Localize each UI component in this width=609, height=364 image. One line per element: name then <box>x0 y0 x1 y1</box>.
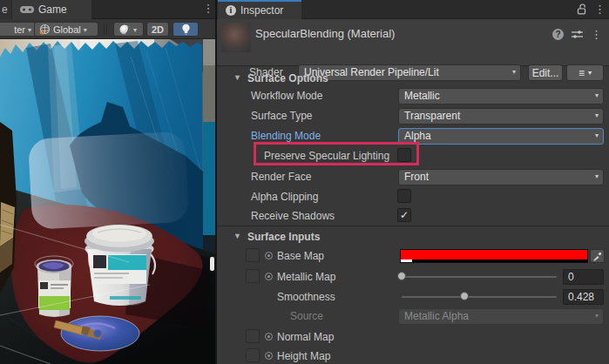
eyedropper-button[interactable] <box>590 249 605 263</box>
surface-type-dropdown[interactable]: Transparent ▾ <box>398 108 604 125</box>
section-separator <box>217 226 609 226</box>
tool-handle-pivot-button[interactable]: ter ▾ <box>0 22 37 37</box>
material-preview-thumbnail[interactable] <box>221 23 251 52</box>
normal-map-label: Normal Map <box>277 331 334 343</box>
smoothness-slider-knob[interactable] <box>460 292 469 300</box>
toggle-2d-button[interactable]: 2D <box>146 22 169 37</box>
alpha-clipping-row: Alpha Clipping <box>217 188 609 206</box>
chevron-down-icon: ▾ <box>28 26 31 34</box>
gamepad-icon <box>20 5 34 14</box>
scene-lighting-toggle-button[interactable] <box>173 22 199 37</box>
smoothness-label: Smoothness <box>277 291 335 303</box>
base-map-color-field[interactable] <box>400 249 588 263</box>
alpha-strip <box>401 260 587 262</box>
partial-tab-label: e <box>2 3 8 16</box>
small-paint-can <box>35 256 73 317</box>
tab-inspector[interactable]: i Inspector <box>218 0 301 19</box>
surface-type-row: Surface Type Transparent ▾ <box>217 107 609 125</box>
foldout-triangle-icon: ▼ <box>233 232 241 240</box>
receive-shadows-row: Receive Shadows ✓ <box>217 207 609 225</box>
unity-editor-window: e Game ⋮ ter ▾ <box>0 0 609 364</box>
receive-shadows-label: Receive Shadows <box>251 210 335 222</box>
chevron-down-icon: ▾ <box>84 26 87 34</box>
chevron-down-icon: ▾ <box>595 312 599 320</box>
surface-options-header[interactable]: ▼ Surface Options <box>217 71 609 88</box>
metallic-map-row: Metallic Map 0 <box>217 268 609 286</box>
globe-icon <box>39 24 51 35</box>
material-menu-icon[interactable]: ⋮ <box>591 28 602 41</box>
alpha-clipping-label: Alpha Clipping <box>251 191 318 203</box>
source-row: Source Metallic Alpha ▾ <box>217 307 609 325</box>
help-icon[interactable]: ? <box>552 29 564 40</box>
metallic-map-label: Metallic Map <box>277 271 335 283</box>
material-title: SpecularBlending (Material) <box>255 27 395 40</box>
white-bucket <box>85 225 155 306</box>
chevron-down-icon: ▾ <box>595 91 599 99</box>
inspector-tab-label: Inspector <box>240 4 283 17</box>
surface-inputs-header[interactable]: ▼ Surface Inputs <box>217 229 609 246</box>
presets-icon[interactable] <box>572 30 583 39</box>
shading-mode-button[interactable]: ▾ <box>113 22 144 37</box>
preserve-specular-label: Preserve Specular Lighting <box>264 150 389 162</box>
blending-mode-row: Blending Mode Alpha ▾ <box>217 127 609 145</box>
chevron-down-icon: ▾ <box>595 111 599 119</box>
blending-mode-dropdown[interactable]: Alpha ▾ <box>398 128 604 145</box>
render-face-row: Render Face Front ▾ <box>217 168 609 185</box>
scene-viewport-render[interactable] <box>0 39 215 364</box>
checkmark-icon: ✓ <box>400 209 409 221</box>
workflow-mode-row: Workflow Mode Metallic ▾ <box>217 87 609 104</box>
unlock-icon[interactable] <box>577 3 587 15</box>
render-face-label: Render Face <box>251 171 311 183</box>
chevron-down-icon: ▾ <box>133 26 137 34</box>
workflow-mode-dropdown[interactable]: Metallic ▾ <box>398 88 604 104</box>
height-map-label: Height Map <box>277 350 330 362</box>
metallic-value-field[interactable]: 0 <box>563 269 604 285</box>
foldout-triangle-icon: ▼ <box>233 73 241 82</box>
info-icon: i <box>226 5 236 16</box>
preserve-specular-checkbox[interactable] <box>397 148 411 162</box>
alpha-clipping-checkbox[interactable] <box>397 189 411 203</box>
scene-tabbar: e Game ⋮ <box>0 0 215 19</box>
small-white-object <box>210 257 214 271</box>
surface-type-label: Surface Type <box>251 110 313 122</box>
preserve-specular-row: Preserve Specular Lighting <box>217 147 609 165</box>
chevron-down-icon: ▾ <box>595 131 599 139</box>
height-map-row: Height Map <box>217 347 609 364</box>
game-tab-label: Game <box>38 3 67 16</box>
source-dropdown: Metallic Alpha ▾ <box>398 308 604 325</box>
object-picker-icon[interactable] <box>265 333 273 340</box>
tool-handle-orientation-button[interactable]: Global ▾ <box>34 22 98 37</box>
metallic-slider-track[interactable] <box>402 276 557 278</box>
scene-panel-menu-icon[interactable]: ⋮ <box>202 2 214 15</box>
lightbulb-icon <box>181 24 191 36</box>
object-picker-icon[interactable] <box>265 352 273 360</box>
workflow-mode-label: Workflow Mode <box>251 90 322 102</box>
eyedropper-icon <box>592 252 602 261</box>
partial-scene-tab[interactable]: e <box>0 0 11 19</box>
receive-shadows-checkbox[interactable]: ✓ <box>397 208 411 222</box>
transparent-material-plane <box>28 131 189 230</box>
chevron-down-icon: ▾ <box>595 172 599 180</box>
metallic-map-texture-slot[interactable] <box>246 269 260 283</box>
tab-game[interactable]: Game <box>12 0 91 19</box>
scene-toolbar: ter ▾ Global ▾ <box>0 19 215 39</box>
metallic-slider-knob[interactable] <box>397 272 406 280</box>
scene-panel: e Game ⋮ ter ▾ <box>0 0 215 364</box>
inspector-panel: i Inspector ⋮ SpecularBlending (Material… <box>217 0 609 364</box>
shaded-sphere-icon <box>118 24 131 36</box>
smoothness-row: Smoothness 0.428 <box>217 288 609 306</box>
height-map-texture-slot[interactable] <box>246 348 260 362</box>
object-picker-icon[interactable] <box>265 273 273 280</box>
inspector-tabbar: i Inspector ⋮ <box>217 0 609 19</box>
toolbar-separator <box>104 24 105 35</box>
base-map-label: Base Map <box>277 250 324 262</box>
render-face-dropdown[interactable]: Front ▾ <box>398 169 604 185</box>
smoothness-slider-track[interactable] <box>402 296 557 298</box>
object-picker-icon[interactable] <box>265 252 273 260</box>
smoothness-value-field[interactable]: 0.428 <box>563 289 604 305</box>
inspector-menu-icon[interactable]: ⋮ <box>594 3 606 16</box>
base-map-texture-slot[interactable] <box>246 248 260 262</box>
blending-mode-label: Blending Mode <box>251 130 321 142</box>
normal-map-texture-slot[interactable] <box>246 329 260 343</box>
base-map-row: Base Map <box>217 247 609 265</box>
